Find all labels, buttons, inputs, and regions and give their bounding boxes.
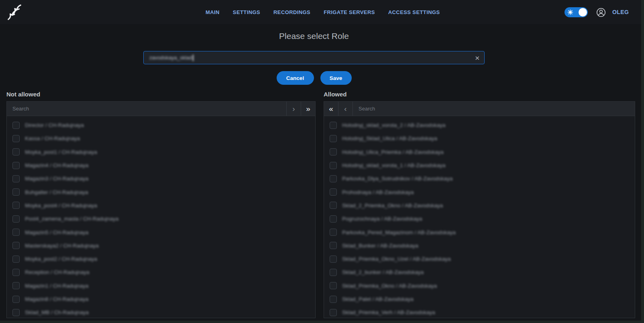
list-item[interactable]: Sklad_MB / Ch-Radujnaya [7, 306, 315, 318]
list-item[interactable]: Parkovka_Dlya_Sotrudnikov / AB-Zavodskay… [324, 172, 635, 185]
list-item-label: Magazin4 / CH-Radujnaya [25, 162, 88, 168]
list-item[interactable]: Sklad_2_Priemka_Okno / AB-Zavodskaya [324, 199, 635, 212]
move-all-right-button[interactable]: » [301, 102, 315, 116]
list-item[interactable]: Sklad_Priemka_Okno / AB-Zavodskaya [324, 279, 635, 292]
list-item[interactable]: Post4_zamena_masla / CH-Radujnaya [7, 212, 315, 225]
item-checkbox[interactable] [12, 135, 20, 142]
item-checkbox[interactable] [12, 188, 20, 196]
nav-item-settings[interactable]: SETTINGS [233, 9, 260, 15]
list-item[interactable]: Magazin4 / CH-Radujnaya [7, 159, 315, 172]
item-checkbox[interactable] [12, 162, 20, 169]
list-item[interactable]: Moyka_post2 / CH-Radujnaya [7, 252, 315, 266]
clear-input-icon[interactable]: ✕ [475, 55, 480, 61]
list-item-label: Magazin5 / CH-Radujnaya [25, 229, 88, 235]
item-checkbox[interactable] [12, 269, 20, 276]
username-label[interactable]: OLEG [612, 9, 629, 15]
not-allowed-title: Not allowed [6, 91, 40, 98]
item-checkbox[interactable] [12, 229, 20, 236]
list-item-label: Parkovka_Dlya_Sotrudnikov / AB-Zavodskay… [342, 176, 452, 182]
item-checkbox[interactable] [12, 309, 20, 316]
move-selected-left-button[interactable]: ‹ [338, 102, 353, 116]
list-item-label: Prohodnaya / AB-Zavodskaya [342, 189, 414, 195]
not-allowed-search-input[interactable] [7, 102, 286, 116]
allowed-toolbar: « ‹ [324, 102, 635, 116]
item-checkbox[interactable] [330, 296, 337, 303]
list-item[interactable]: Magazin5 / CH-Radujnaya [7, 225, 315, 239]
item-checkbox[interactable] [330, 256, 337, 263]
main-navigation: MAINSETTINGSRECORDINGSFRIGATE SERVERSACC… [206, 0, 440, 24]
list-item[interactable]: Magazin1 / CH-Radujnaya [7, 279, 315, 292]
list-item[interactable]: Sklad_Bunker / AB-Zavodskaya [324, 239, 635, 252]
item-checkbox[interactable] [12, 296, 20, 303]
list-item[interactable]: Sklad_2_bunker / AB-Zavodskaya [324, 266, 635, 279]
nav-item-recordings[interactable]: RECORDINGS [273, 9, 310, 15]
item-checkbox[interactable] [330, 309, 337, 316]
item-checkbox[interactable] [330, 282, 337, 289]
list-item[interactable]: Kassa / CH-Radujnaya [7, 132, 315, 145]
item-checkbox[interactable] [330, 229, 337, 236]
nav-item-access-settings[interactable]: ACCESS SETTINGS [388, 9, 440, 15]
list-item[interactable]: Moyka_post1 / CH-Radujnaya [7, 145, 315, 159]
frigate-birds-logo-icon[interactable] [5, 3, 24, 21]
list-item[interactable]: Pogruzochnaya / AB-Zavodskaya [324, 212, 635, 225]
item-checkbox[interactable] [12, 202, 20, 209]
list-item[interactable]: Holodnyj_sklad_vorota_2 / AB-Zavodskaya [324, 119, 635, 132]
list-item-label: Sklad_Priemka_Okno / AB-Zavodskaya [342, 283, 437, 289]
list-item-label: Moyka_post4 / CH-Radujnaya [25, 202, 97, 209]
theme-toggle[interactable] [565, 7, 588, 17]
list-item[interactable]: Magazin8 / CH-Radujnaya [7, 292, 315, 306]
list-item-label: Magazin1 / CH-Radujnaya [25, 283, 88, 289]
list-item[interactable]: Buhgalter / CH-Radujnaya [7, 185, 315, 198]
item-checkbox[interactable] [12, 148, 20, 155]
list-item-label: Holodnyj_sklad_vorota_2 / AB-Zavodskaya [342, 122, 445, 128]
vertical-scrollbar[interactable] [641, 0, 644, 323]
item-checkbox[interactable] [330, 188, 337, 196]
list-item-label: Sklad_Palet / AB-Zavodskaya [342, 296, 414, 302]
allowed-list: Holodnyj_sklad_vorota_2 / AB-ZavodskayaH… [324, 116, 635, 318]
item-checkbox[interactable] [330, 202, 337, 209]
nav-item-frigate-servers[interactable]: FRIGATE SERVERS [324, 9, 375, 15]
item-checkbox[interactable] [330, 148, 337, 155]
item-checkbox[interactable] [12, 282, 20, 289]
user-avatar-icon[interactable] [596, 8, 606, 17]
item-checkbox[interactable] [12, 122, 20, 129]
nav-item-main[interactable]: MAIN [206, 9, 220, 15]
list-item[interactable]: Reception / CH-Radujnaya [7, 266, 315, 279]
item-checkbox[interactable] [330, 135, 337, 142]
item-checkbox[interactable] [12, 256, 20, 263]
item-checkbox[interactable] [330, 175, 337, 182]
move-selected-right-button[interactable]: › [286, 102, 301, 116]
list-item-label: Holodnyj_Ulica_Priemka / AB-Zavodskaya [342, 149, 444, 155]
list-item[interactable]: Sklad_Palet / AB-Zavodskaya [324, 292, 635, 306]
item-checkbox[interactable] [12, 215, 20, 223]
item-checkbox[interactable] [12, 175, 20, 182]
move-all-left-button[interactable]: « [324, 102, 338, 116]
list-item[interactable]: Parkovka_Pered_Magazinom / AB-Zavodskaya [324, 225, 635, 239]
list-item[interactable]: Holodnyj_Sklad_Ulica / AB-Zavodskaya [324, 132, 635, 145]
item-checkbox[interactable] [330, 269, 337, 276]
list-item[interactable]: Masterskaya2 / CH-Radujnaya [7, 239, 315, 252]
item-checkbox[interactable] [330, 242, 337, 249]
list-item[interactable]: Sklad_Priemka_Verh / AB-Zavodskaya [324, 306, 635, 318]
list-item[interactable]: Director / CH-Radujnaya [7, 119, 315, 132]
list-item-label: Pogruzochnaya / AB-Zavodskaya [342, 216, 422, 222]
horizontal-scrollbar[interactable] [0, 321, 644, 323]
list-item[interactable]: Prohodnaya / AB-Zavodskaya [324, 185, 635, 198]
not-allowed-panel: › » Director / CH-RadujnayaKassa / CH-Ra… [6, 101, 316, 318]
allowed-search-input[interactable] [353, 102, 635, 116]
list-item-label: Sklad_Priemka_Okno_Uzel / AB-Zavodskaya [342, 256, 451, 262]
not-allowed-toolbar: › » [7, 102, 315, 116]
list-item[interactable]: Magazin3 / CH-Radujnaya [7, 172, 315, 185]
list-item[interactable]: Sklad_Priemka_Okno_Uzel / AB-Zavodskaya [324, 252, 635, 266]
role-input[interactable]: zavodskaya_sklad ✕ [143, 51, 485, 64]
item-checkbox[interactable] [330, 122, 337, 129]
item-checkbox[interactable] [12, 242, 20, 249]
list-item[interactable]: Moyka_post4 / CH-Radujnaya [7, 199, 315, 212]
save-button[interactable]: Save [320, 71, 352, 85]
list-item-label: Masterskaya2 / CH-Radujnaya [25, 243, 99, 249]
cancel-button[interactable]: Cancel [277, 71, 314, 85]
item-checkbox[interactable] [330, 162, 337, 169]
list-item[interactable]: Holodnyj_sklad_vorota_1 / AB-Zavodskaya [324, 159, 635, 172]
item-checkbox[interactable] [330, 215, 337, 223]
list-item[interactable]: Holodnyj_Ulica_Priemka / AB-Zavodskaya [324, 145, 635, 159]
